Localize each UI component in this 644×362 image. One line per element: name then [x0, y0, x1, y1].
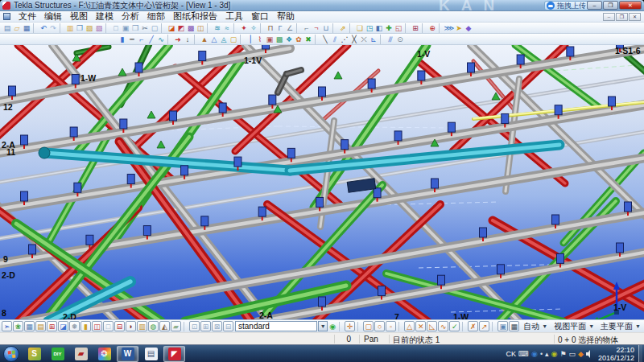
- clock[interactable]: 22:10 2016/12/12: [598, 346, 634, 362]
- select-parts-icon[interactable]: ▦: [24, 321, 35, 331]
- detail-a-icon[interactable]: ▲: [200, 35, 209, 44]
- select-view-icon[interactable]: ◍: [148, 321, 159, 331]
- component-b-icon[interactable]: ◳: [365, 23, 374, 33]
- select-cursor-icon[interactable]: ➣: [2, 321, 12, 331]
- menu-item-2[interactable]: 视图: [66, 10, 92, 23]
- drawing-ga-icon[interactable]: ◪: [167, 23, 176, 33]
- cut-icon[interactable]: ✂: [140, 23, 150, 33]
- snap-check-icon[interactable]: ✓: [449, 321, 460, 331]
- create-polybeam-icon[interactable]: ⌐: [137, 35, 147, 44]
- line-g-icon[interactable]: ⫻: [386, 35, 395, 44]
- select-points-icon[interactable]: ❅: [69, 321, 80, 331]
- undo-icon[interactable]: ↶: [39, 23, 48, 33]
- create-column-icon[interactable]: ▮: [118, 35, 127, 44]
- child-restore-button[interactable]: ❐: [616, 13, 628, 21]
- component-c-icon[interactable]: ◧: [374, 23, 384, 33]
- start-button[interactable]: [3, 346, 19, 362]
- snap-corner-icon[interactable]: ◺: [427, 321, 437, 331]
- tekla-app-taskbar-button[interactable]: ◤: [163, 346, 185, 362]
- fitting-icon[interactable]: ❖: [284, 35, 294, 44]
- input-method-app-taskbar-button[interactable]: S: [23, 346, 45, 362]
- maximize-button[interactable]: ❐: [603, 1, 618, 10]
- grid-icon[interactable]: ⊞: [411, 23, 420, 33]
- close-button[interactable]: ✕: [619, 1, 642, 10]
- screw-icon[interactable]: ⊕: [427, 23, 437, 33]
- snap-circle-icon[interactable]: ○: [374, 321, 385, 331]
- properties-icon[interactable]: ▥: [65, 23, 75, 33]
- select-object-icon[interactable]: ▰: [171, 321, 181, 331]
- menu-item-9[interactable]: 帮助: [273, 10, 299, 23]
- bolt-a-icon[interactable]: ⎮: [246, 35, 255, 44]
- child-close-button[interactable]: ✕: [629, 13, 641, 21]
- snap-triangle-icon[interactable]: △: [404, 321, 415, 331]
- create-pin-icon[interactable]: ↓: [183, 35, 192, 44]
- minimize-button[interactable]: –: [587, 1, 602, 10]
- menu-item-7[interactable]: 工具: [221, 10, 247, 23]
- show-desktop-button[interactable]: [638, 345, 642, 362]
- angle-icon[interactable]: ∠: [285, 23, 295, 33]
- copy-icon[interactable]: ❐: [75, 23, 85, 33]
- select-all-icon[interactable]: ❀: [13, 321, 23, 331]
- render-sphere-icon[interactable]: ◉: [328, 322, 337, 331]
- keyboard-tray-icon[interactable]: ⌨: [518, 350, 529, 358]
- mini-tray-icon[interactable]: •: [540, 350, 543, 358]
- profile-b-icon[interactable]: ¬: [312, 23, 321, 33]
- component-add-icon[interactable]: ✚: [384, 23, 394, 33]
- detail-d-icon[interactable]: ▢: [229, 35, 238, 44]
- truss-member-dark[interactable]: [287, 70, 301, 74]
- redo-icon[interactable]: ↷: [48, 23, 58, 33]
- snap-dot-icon[interactable]: ◦: [386, 321, 396, 331]
- view-list-icon[interactable]: □: [111, 23, 121, 33]
- save-icon[interactable]: ▦: [22, 23, 31, 33]
- word-app-taskbar-button[interactable]: W: [117, 346, 138, 362]
- menu-item-0[interactable]: 文件: [14, 10, 40, 23]
- rendered-view-icon[interactable]: ▦: [509, 321, 519, 331]
- select-empty-icon[interactable]: □: [103, 321, 114, 331]
- snap-mode-dropdown[interactable]: 自动▼: [520, 321, 551, 332]
- notes-app-taskbar-button[interactable]: ▤: [140, 346, 162, 362]
- select-filter-b-icon[interactable]: ⊞: [200, 321, 211, 331]
- snap-curve-icon[interactable]: ∿: [438, 321, 448, 331]
- plane-depth-dropdown[interactable]: 主要平面▼: [597, 321, 644, 332]
- menu-item-1[interactable]: 编辑: [40, 10, 66, 23]
- macro-x-icon[interactable]: ✖: [303, 35, 313, 44]
- viewport-3d[interactable]: 1-W121-1V1-V1-S1-62-A1192-D82-D2-A71-W1-…: [0, 45, 644, 319]
- child-minimize-button[interactable]: –: [603, 13, 615, 21]
- snap-x-icon[interactable]: ✕: [415, 321, 426, 331]
- speaker-icon[interactable]: [586, 350, 594, 358]
- line-e-icon[interactable]: ⤫: [359, 35, 369, 44]
- new-icon[interactable]: ▤: [2, 23, 12, 33]
- info-icon[interactable]: ◆: [464, 23, 473, 33]
- truss-member-red[interactable]: [175, 68, 340, 204]
- upload-button[interactable]: 拖拽上传: [544, 1, 591, 10]
- show-hidden-icons[interactable]: ▴: [545, 350, 549, 358]
- open-icon[interactable]: ▱: [12, 23, 22, 33]
- component-a-icon[interactable]: ❏: [355, 23, 365, 33]
- select-weld-icon[interactable]: ◫: [92, 321, 102, 331]
- menu-item-6[interactable]: 图纸和报告: [169, 10, 221, 23]
- select-filter-a-icon[interactable]: ⊡: [189, 321, 200, 331]
- select-component-icon[interactable]: ◭: [159, 321, 170, 331]
- component-d-icon[interactable]: ◱: [394, 23, 403, 33]
- snap-reference-icon[interactable]: ✛: [345, 321, 355, 331]
- line-c-icon[interactable]: ⋰: [340, 35, 349, 44]
- detail-b-icon[interactable]: △: [209, 35, 219, 44]
- diy-app-taskbar-button[interactable]: DIY: [47, 346, 68, 362]
- snap-off-icon[interactable]: ✗: [468, 321, 478, 331]
- sequence-icon[interactable]: ⋙: [444, 23, 454, 33]
- create-beam-icon[interactable]: ━: [127, 35, 137, 44]
- language-indicator[interactable]: CK: [506, 350, 517, 358]
- view-pair-icon[interactable]: ❒: [130, 23, 140, 33]
- line-d-icon[interactable]: ╳: [349, 35, 359, 44]
- wave-a-icon[interactable]: ≋: [213, 23, 222, 33]
- run-macro-icon[interactable]: ➤: [454, 23, 464, 33]
- update-tray-icon[interactable]: ◆: [578, 350, 584, 358]
- frame-gamma-icon[interactable]: Γ: [275, 23, 285, 33]
- combo-dropdown-arrow[interactable]: ▼: [318, 321, 328, 331]
- drawing-single-icon[interactable]: ◩: [176, 23, 186, 33]
- snap-box-icon[interactable]: ▢: [363, 321, 374, 331]
- component-catalog-icon[interactable]: ✿: [294, 35, 303, 44]
- menu-item-8[interactable]: 窗口: [247, 10, 273, 23]
- selection-filter-combo[interactable]: standard: [235, 321, 317, 331]
- create-curved-beam-icon[interactable]: ╱: [147, 35, 156, 44]
